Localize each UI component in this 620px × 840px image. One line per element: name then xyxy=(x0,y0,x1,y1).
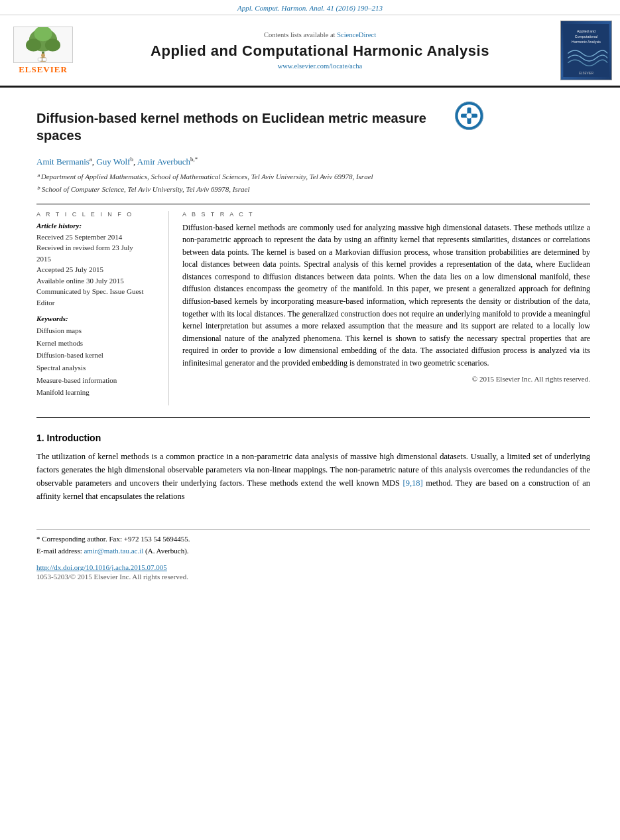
doi-footer: http://dx.doi.org/10.1016/j.acha.2015.07… xyxy=(36,563,590,571)
svg-point-6 xyxy=(41,53,45,57)
svg-text:ELSEVIER: ELSEVIER xyxy=(579,72,593,75)
section-number: 1. xyxy=(36,433,44,443)
ref-9-18[interactable]: [9,18] xyxy=(403,478,422,488)
abstract-heading: A B S T R A C T xyxy=(182,211,590,218)
journal-reference-bar: Appl. Comput. Harmon. Anal. 41 (2016) 19… xyxy=(0,0,620,15)
doi-link[interactable]: http://dx.doi.org/10.1016/j.acha.2015.07… xyxy=(36,563,167,571)
journal-title: Applied and Computational Harmonic Analy… xyxy=(86,42,554,60)
footnote-area: * Corresponding author. Fax: +972 153 54… xyxy=(36,529,590,557)
footnote-email: E-mail address: amir@math.tau.ac.il (A. … xyxy=(36,545,590,557)
svg-rect-9 xyxy=(42,58,46,61)
header-divider xyxy=(36,204,590,204)
science-direct-ref[interactable]: ScienceDirect xyxy=(337,31,376,38)
section-name: Introduction xyxy=(47,433,101,443)
svg-text:Computational: Computational xyxy=(575,35,597,38)
email-link[interactable]: amir@math.tau.ac.il xyxy=(84,547,143,555)
keyword-2[interactable]: Kernel methods xyxy=(36,337,159,350)
introduction-section: 1. Introduction The utilization of kerne… xyxy=(36,433,590,503)
journal-header: ELSEVIER Contents lists available at Sci… xyxy=(0,15,620,88)
keywords-block: Keywords: Diffusion maps Kernel methods … xyxy=(36,315,159,399)
elsevier-brand-text: ELSEVIER xyxy=(19,64,68,75)
affiliation-b: ᵇ School of Computer Science, Tel Aviv U… xyxy=(36,184,590,196)
article-info-abstract: A R T I C L E I N F O Article history: R… xyxy=(36,211,590,406)
main-content: Diffusion-based kernel methods on Euclid… xyxy=(0,88,620,594)
available: Available online 30 July 2015 xyxy=(36,275,159,287)
affiliations: ᵃ Department of Applied Mathematics, Sch… xyxy=(36,171,590,195)
section-divider xyxy=(36,417,590,418)
keyword-4[interactable]: Spectral analysis xyxy=(36,362,159,374)
journal-logo-right: Applied and Computational Harmonic Analy… xyxy=(560,21,613,80)
journal-logo-left: ELSEVIER xyxy=(7,27,80,75)
article-history-block: Article history: Received 25 September 2… xyxy=(36,222,159,309)
journal-url[interactable]: www.elsevier.com/locate/acha xyxy=(86,62,554,70)
svg-point-4 xyxy=(45,38,60,51)
title-row: Diffusion-based kernel methods on Euclid… xyxy=(36,98,590,151)
introduction-title: 1. Introduction xyxy=(36,433,590,443)
communicated: Communicated by Spec. Issue GuestEditor xyxy=(36,286,159,308)
svg-text:Applied and: Applied and xyxy=(577,29,595,33)
keyword-1[interactable]: Diffusion maps xyxy=(36,324,159,337)
footnote-corresponding: * Corresponding author. Fax: +972 153 54… xyxy=(36,533,590,545)
keywords-label: Keywords: xyxy=(36,315,159,322)
abstract-panel: A B S T R A C T Diffusion-based kernel m… xyxy=(182,211,590,406)
elsevier-tree-logo xyxy=(13,27,73,63)
svg-rect-8 xyxy=(38,58,42,61)
journal-reference-text: Appl. Comput. Harmon. Anal. 41 (2016) 19… xyxy=(237,4,383,12)
keyword-6[interactable]: Manifold learning xyxy=(36,386,159,399)
email-suffix: (A. Averbuch). xyxy=(145,547,188,555)
accepted: Accepted 25 July 2015 xyxy=(36,264,159,275)
svg-text:Harmonic Analysis: Harmonic Analysis xyxy=(572,40,601,44)
history-label: Article history: xyxy=(36,222,159,230)
author-bermanis[interactable]: Amit Bermanis xyxy=(36,157,90,167)
svg-point-19 xyxy=(467,113,472,119)
author-wolf[interactable]: Guy Wolf xyxy=(96,157,130,167)
affiliation-a: ᵃ Department of Applied Mathematics, Sch… xyxy=(36,171,590,183)
keyword-3[interactable]: Diffusion-based kernel xyxy=(36,349,159,362)
received-1: Received 25 September 2014 xyxy=(36,232,159,243)
doi-copyright: 1053-5203/© 2015 Elsevier Inc. All right… xyxy=(36,573,590,581)
article-info-panel: A R T I C L E I N F O Article history: R… xyxy=(36,211,169,406)
abstract-copyright: © 2015 Elsevier Inc. All rights reserved… xyxy=(182,375,590,383)
crossmark-logo[interactable] xyxy=(454,101,484,131)
received-2: Received in revised form 23 July2015 xyxy=(36,242,159,264)
svg-point-3 xyxy=(26,38,41,51)
paper-title: Diffusion-based kernel methods on Euclid… xyxy=(36,109,448,144)
abstract-text: Diffusion-based kernel methods are commo… xyxy=(182,222,590,370)
keywords-list: Diffusion maps Kernel methods Diffusion-… xyxy=(36,324,159,399)
introduction-paragraph-1: The utilization of kernel methods is a c… xyxy=(36,450,590,503)
keyword-5[interactable]: Measure-based information xyxy=(36,374,159,387)
authors-line: Amit Bermanisa, Guy Wolfb, Amir Averbuch… xyxy=(36,156,590,167)
journal-center: Contents lists available at ScienceDirec… xyxy=(86,31,554,70)
journal-cover-image: Applied and Computational Harmonic Analy… xyxy=(560,21,612,80)
article-info-heading: A R T I C L E I N F O xyxy=(36,211,159,218)
author-averbuch[interactable]: Amir Averbuch xyxy=(137,157,190,167)
science-direct-link: Contents lists available at ScienceDirec… xyxy=(86,31,554,38)
